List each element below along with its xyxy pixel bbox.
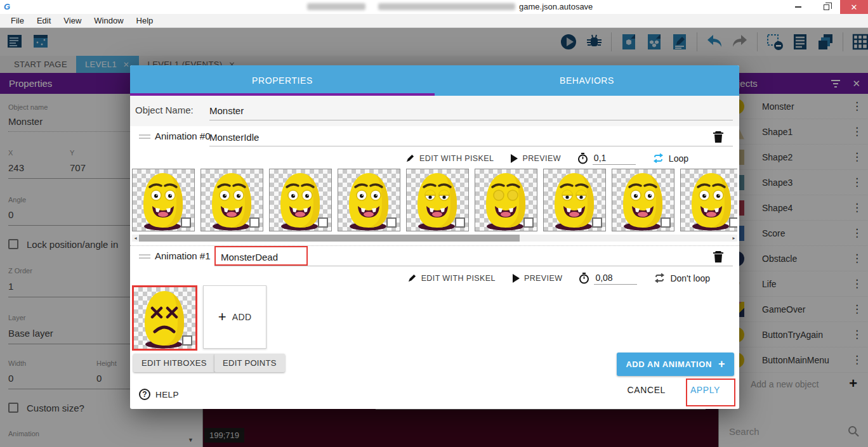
plus-icon: + [218, 309, 227, 325]
minimize-icon [795, 6, 801, 8]
annotation-monsterdead-highlight [214, 246, 308, 266]
frames-scrollbar[interactable]: ◂ ▸ [132, 235, 737, 242]
drag-handle-icon[interactable] [139, 134, 150, 141]
add-an-animation-button[interactable]: ADD AN ANIMATION+ [617, 353, 734, 376]
animation-0-frames-strip [132, 169, 737, 234]
loop-icon [652, 153, 664, 163]
gdevelop-app-icon: G [4, 2, 14, 12]
name-underline [214, 266, 733, 266]
animation-0-controls: EDIT WITH PISKEL PREVIEW 0,1 Loop [130, 148, 739, 169]
animation-frame[interactable] [132, 169, 195, 231]
scrollbar-thumb[interactable] [139, 235, 520, 242]
tab-properties[interactable]: PROPERTIES [130, 65, 435, 96]
animation-frame[interactable] [543, 169, 606, 231]
restore-button[interactable] [812, 0, 840, 14]
animation-0-title: Animation #0 [155, 131, 211, 141]
brush-icon [407, 273, 417, 283]
timer-icon [579, 273, 589, 284]
dialog-tab-bar: PROPERTIES BEHAVIORS [130, 65, 739, 96]
play-icon [512, 274, 520, 283]
frame-select-checkbox[interactable] [181, 217, 191, 228]
minimize-button[interactable] [784, 0, 812, 14]
frame-select-checkbox[interactable] [661, 217, 671, 228]
frame-select-checkbox[interactable] [455, 217, 465, 228]
annotation-apply-highlight [686, 379, 735, 406]
time-between-frames: 0,1 [577, 152, 636, 165]
redacted-title-segment [307, 3, 365, 10]
title-bar: G game.json.autosave ✕ [0, 0, 868, 14]
preview-animation-button[interactable]: PREVIEW [512, 274, 562, 283]
edit-points-button[interactable]: EDIT POINTS [214, 354, 285, 372]
scroll-left-icon[interactable]: ◂ [132, 235, 139, 242]
delete-animation-icon[interactable] [713, 130, 725, 144]
time-between-frames: 0,08 [579, 272, 637, 285]
help-button[interactable]: ? HELP [139, 389, 179, 400]
menu-edit[interactable]: Edit [31, 15, 56, 27]
animation-frame[interactable] [475, 169, 537, 231]
tab-behaviors[interactable]: BEHAVIORS [435, 65, 739, 96]
menu-view[interactable]: View [58, 15, 87, 27]
question-mark-icon: ? [139, 389, 150, 400]
loop-icon [654, 273, 666, 283]
dialog-object-name-label: Object Name: [135, 105, 194, 115]
frame-select-checkbox[interactable] [729, 217, 737, 228]
animation-frame[interactable] [132, 285, 197, 351]
window-title: game.json.autosave [519, 2, 593, 11]
animation-1-title: Animation #1 [155, 250, 211, 261]
animation-frame[interactable] [201, 169, 263, 231]
animation-1-frames-strip: + ADD [132, 285, 737, 353]
frame-select-checkbox[interactable] [182, 335, 192, 346]
edit-hitboxes-button[interactable]: EDIT HITBOXES [133, 354, 215, 372]
animation-frame[interactable] [269, 169, 332, 231]
restore-icon [824, 4, 829, 10]
loop-toggle[interactable]: Don't loop [654, 273, 710, 283]
animation-frame[interactable] [406, 169, 469, 231]
animation-0-name-input[interactable]: MonsterIdle [209, 130, 259, 145]
preview-animation-button[interactable]: PREVIEW [510, 154, 560, 163]
object-name-row: Object Name: Monster [130, 96, 739, 126]
loop-toggle[interactable]: Loop [652, 153, 688, 164]
animation-0-header: Animation #0 MonsterIdle [130, 126, 739, 148]
time-between-frames-input[interactable]: 0,08 [594, 272, 637, 285]
menu-file[interactable]: File [5, 15, 30, 27]
frame-select-checkbox[interactable] [523, 217, 534, 228]
edit-with-piskel-button[interactable]: EDIT WITH PISKEL [407, 273, 496, 283]
cancel-button[interactable]: CANCEL [622, 381, 671, 399]
time-between-frames-input[interactable]: 0,1 [593, 152, 636, 165]
scroll-right-icon[interactable]: ▸ [730, 235, 737, 242]
frame-select-checkbox[interactable] [386, 217, 397, 228]
frame-select-checkbox[interactable] [592, 217, 602, 228]
dialog-object-name-input[interactable]: Monster [209, 101, 733, 120]
timer-icon [577, 153, 588, 164]
object-editor-dialog: PROPERTIES BEHAVIORS Object Name: Monste… [130, 65, 739, 409]
drag-handle-icon[interactable] [139, 254, 150, 261]
menu-window[interactable]: Window [88, 15, 129, 27]
name-underline [209, 146, 733, 146]
close-button[interactable]: ✕ [840, 0, 868, 14]
frame-select-checkbox[interactable] [249, 217, 260, 228]
add-frame-button[interactable]: + ADD [203, 285, 266, 349]
brush-icon [405, 153, 415, 163]
animation-frame[interactable] [612, 169, 674, 231]
plus-icon: + [718, 358, 725, 371]
menu-bar: FileEditViewWindowHelp [0, 14, 868, 28]
close-icon: ✕ [851, 3, 858, 11]
redacted-title-segment [378, 3, 515, 10]
delete-animation-icon[interactable] [713, 250, 725, 264]
play-icon [510, 154, 518, 163]
edit-with-piskel-button[interactable]: EDIT WITH PISKEL [405, 153, 494, 163]
animation-frame[interactable] [338, 169, 400, 231]
animation-frame[interactable] [680, 169, 737, 231]
menu-help[interactable]: Help [131, 15, 159, 27]
frame-select-checkbox[interactable] [318, 217, 328, 228]
